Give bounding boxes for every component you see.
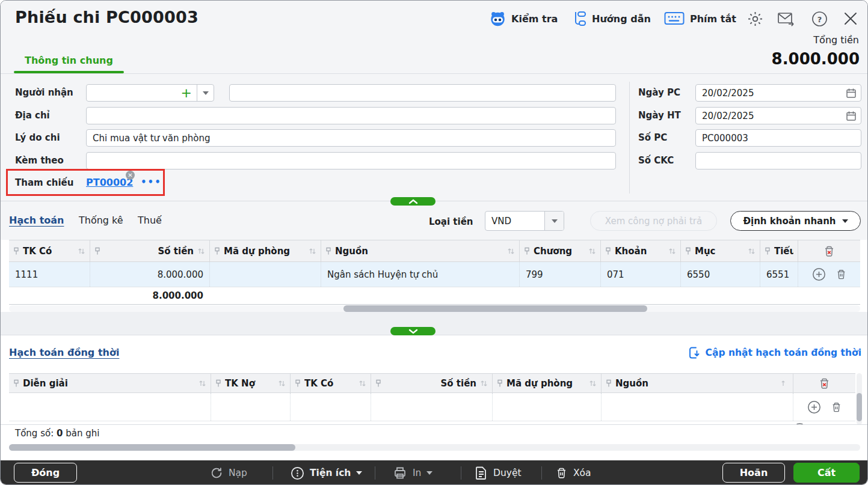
tab-thue[interactable]: Thuế [138,215,162,226]
date-pc-calendar-button[interactable] [842,85,861,101]
currency-dropdown-button[interactable] [544,212,564,230]
postpone-button[interactable]: Hoãn [722,463,785,483]
attachment-input[interactable] [86,152,616,169]
collapse-top-section-button[interactable] [390,197,436,206]
table1-hscroll-thumb[interactable] [343,305,647,312]
column-header-so-tien-2[interactable]: Số tiền [371,374,492,392]
shortcut-button[interactable]: Phím tắt [664,10,736,28]
concurrent-section-title[interactable]: Hạch toán đồng thời [9,347,119,358]
sort-icon[interactable] [589,380,597,387]
sort-icon[interactable] [668,248,676,255]
column-header-dien-giai[interactable]: Diễn giải [9,374,211,392]
delete-row-icon[interactable] [831,401,842,413]
concurrent-table-empty-row[interactable] [9,393,855,421]
bottom-hscroll-thumb[interactable] [9,444,295,451]
add-row-icon[interactable] [807,400,821,414]
recipient-input[interactable]: + [87,85,197,101]
delete-button[interactable]: Xóa [555,460,591,485]
date-pc-field[interactable]: 20/02/2025 [695,84,861,102]
number-ckc-input[interactable] [695,152,861,169]
guide-button[interactable]: Hướng dẫn [572,10,651,28]
delete-all-icon[interactable] [823,245,836,258]
reload-button[interactable]: Nạp [210,460,247,485]
approve-button[interactable]: Duyệt [475,460,522,485]
cell-so-tien[interactable] [371,393,492,421]
column-header-muc[interactable]: Mục [680,240,760,261]
sort-icon[interactable] [359,380,366,387]
reference-more-button[interactable]: ••• [141,177,162,188]
save-button[interactable]: Cất [793,463,860,483]
cell-tk-co[interactable]: 1111 [9,262,90,287]
column-header-actions-2[interactable] [793,374,855,392]
help-button[interactable]: ? [810,10,828,28]
add-row-icon[interactable] [812,267,826,281]
tab-thong-ke[interactable]: Thống kê [79,215,123,226]
tab-hach-toan[interactable]: Hạch toán [9,215,64,226]
accounting-table: TK Có Số tiền Mã dự phòng Nguồn Chương [9,240,860,305]
add-recipient-icon[interactable]: + [181,87,192,100]
currency-select[interactable]: VND [485,211,564,231]
send-mail-button[interactable] [777,10,795,28]
update-concurrent-link[interactable]: Cập nhật hạch toán đồng thời [688,346,861,359]
column-header-tk-no[interactable]: TK Nợ [211,374,290,392]
sort-icon[interactable] [278,380,286,387]
recipient-name-input[interactable] [229,84,616,102]
column-header-actions[interactable] [798,240,860,261]
quick-entry-button[interactable]: Định khoản nhanh [730,211,861,231]
remove-reference-icon[interactable]: ✕ [126,171,135,180]
column-header-ma-du-phong-2[interactable]: Mã dự phòng [492,374,601,392]
sort-icon[interactable] [197,248,205,255]
recipient-combo[interactable]: + [86,84,214,102]
accounting-table-row[interactable]: 1111 8.000.000 Ngân sách Huyện tự chủ 79… [9,262,860,287]
cell-ma-du-phong[interactable] [209,262,321,287]
column-header-chuong[interactable]: Chương [519,240,600,261]
date-ht-calendar-button[interactable] [842,108,861,124]
column-header-tieu-muc[interactable]: Tiểu [760,240,798,261]
settings-button[interactable] [746,10,764,28]
column-header-khoan[interactable]: Khoản [600,240,680,261]
column-header-tk-co[interactable]: TK Có [9,240,90,261]
delete-row-icon[interactable] [836,268,847,281]
cell-ma-du-phong[interactable] [492,393,601,421]
cell-nguon[interactable] [601,393,793,421]
date-ht-value[interactable]: 20/02/2025 [696,108,842,124]
close-button[interactable] [842,10,860,28]
address-input[interactable] [86,107,616,124]
check-button[interactable]: Kiểm tra [490,10,558,28]
cell-khoan[interactable]: 071 [600,262,680,287]
collapse-concurrent-section-button[interactable] [390,327,436,335]
column-header-ma-du-phong[interactable]: Mã dự phòng [209,240,321,261]
cell-muc[interactable]: 6550 [680,262,760,287]
delete-all-icon[interactable] [818,377,831,390]
utilities-button[interactable]: Tiện ích [291,460,362,485]
sort-icon[interactable] [309,248,316,255]
close-window-button[interactable]: Đóng [14,463,77,483]
sort-icon[interactable] [507,248,515,255]
sort-icon[interactable] [480,380,488,387]
reason-input[interactable] [86,129,616,147]
reference-link[interactable]: PT00002 [86,177,133,188]
number-pc-input[interactable] [695,129,861,147]
cell-tk-no[interactable] [211,393,290,421]
sort-icon[interactable] [78,248,85,255]
column-header-nguon-2[interactable]: Nguồn [601,374,793,392]
sort-icon[interactable] [588,248,596,255]
sort-icon[interactable] [781,380,789,387]
sort-icon[interactable] [748,248,756,255]
cell-so-tien[interactable]: 8.000.000 [90,262,209,287]
recipient-dropdown-button[interactable] [197,85,214,101]
print-button[interactable]: In [393,460,432,485]
tab-general-info[interactable]: Thông tin chung [25,55,113,66]
sort-icon[interactable] [199,380,206,387]
table2-vscroll-thumb[interactable] [857,393,862,421]
date-ht-field[interactable]: 20/02/2025 [695,107,861,124]
date-pc-value[interactable]: 20/02/2025 [696,85,842,101]
cell-tk-co[interactable] [290,393,371,421]
column-header-tk-co-2[interactable]: TK Có [290,374,371,392]
column-header-nguon[interactable]: Nguồn [321,240,519,261]
cell-nguon[interactable]: Ngân sách Huyện tự chủ [321,262,519,287]
column-header-so-tien[interactable]: Số tiền [90,240,209,261]
cell-tieu-muc[interactable]: 6551 [760,262,798,287]
cell-chuong[interactable]: 799 [519,262,600,287]
cell-dien-giai[interactable] [9,393,211,421]
